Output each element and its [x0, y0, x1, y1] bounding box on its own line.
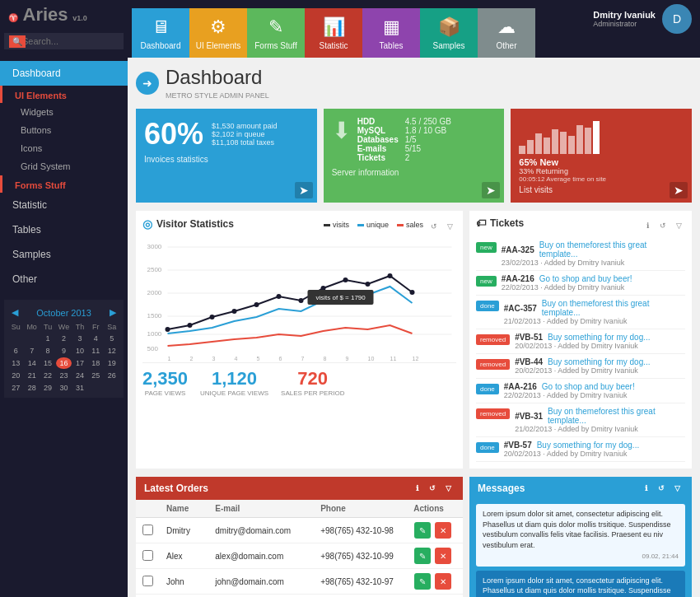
cal-day[interactable]: 17: [72, 357, 87, 369]
ticket-link[interactable]: Buy on themeforest this great template..…: [548, 407, 685, 425]
nav-tile-statistic[interactable]: 📊 Statistic: [305, 8, 362, 58]
sidebar-item-icons[interactable]: Icons: [0, 139, 128, 157]
sidebar-item-buttons[interactable]: Buttons: [0, 121, 128, 139]
logo-symbol: ♈: [8, 13, 18, 22]
refresh-tickets-icon[interactable]: ↺: [656, 219, 670, 232]
edit-button[interactable]: ✎: [414, 522, 431, 539]
info-icon[interactable]: ℹ: [641, 219, 654, 232]
delete-button[interactable]: ✕: [435, 548, 451, 564]
ticket-meta: 21/02/2013 · Added by Dmitry Ivaniuk: [515, 425, 685, 433]
nav-tile-ui-elements[interactable]: ⚙ UI Elements: [189, 8, 247, 58]
user-info: Dmitry Ivaniuk Administrator D: [593, 4, 692, 34]
sidebar-item-other[interactable]: Other: [0, 267, 128, 292]
delete-button[interactable]: ✕: [435, 573, 451, 590]
cal-day[interactable]: 20: [8, 370, 23, 381]
row-checkbox[interactable]: [142, 550, 153, 561]
cal-day[interactable]: 9: [56, 345, 71, 357]
sidebar-item-tables[interactable]: Tables: [0, 217, 128, 242]
ticket-link[interactable]: Go to shop and buy beer!: [542, 382, 635, 391]
sidebar-item-grid-system[interactable]: Grid System: [0, 157, 128, 175]
table-row: Alex alex@domain.com +98(765) 432-10-99 …: [136, 543, 463, 569]
sidebar-item-statistic[interactable]: Statistic: [0, 193, 128, 217]
cal-day[interactable]: 24: [72, 370, 87, 381]
cal-day[interactable]: 19: [105, 357, 119, 369]
cal-day[interactable]: 2: [56, 333, 71, 344]
cal-day[interactable]: 15: [40, 357, 55, 369]
cal-day[interactable]: 11: [88, 345, 103, 357]
nav-tile-dashboard[interactable]: 🖥 Dashboard: [132, 8, 189, 58]
server-arrow[interactable]: ➤: [482, 182, 500, 198]
cal-day[interactable]: 1: [40, 333, 55, 344]
cal-day[interactable]: 31: [72, 382, 87, 394]
cal-day[interactable]: 18: [88, 357, 103, 369]
back-button[interactable]: ➜: [136, 72, 159, 95]
cal-day[interactable]: 16: [56, 357, 71, 369]
info-msg-icon[interactable]: ℹ: [639, 482, 652, 495]
info-orders-icon[interactable]: ℹ: [410, 482, 423, 495]
cal-day[interactable]: 29: [40, 382, 55, 394]
refresh-orders-icon[interactable]: ↺: [426, 482, 439, 495]
expand-icon[interactable]: ▽: [443, 220, 456, 233]
ticket-link[interactable]: Buy on themeforest this great template..…: [539, 240, 685, 259]
svg-point-23: [166, 327, 170, 332]
nav-tile-other[interactable]: ☁ Other: [478, 8, 535, 58]
cal-day[interactable]: 28: [24, 382, 39, 394]
cal-day[interactable]: 14: [24, 357, 39, 369]
sales-stat: 720 SALES PER PERIOD: [281, 368, 344, 397]
cal-day[interactable]: 22: [40, 370, 55, 381]
expand-tickets-icon[interactable]: ▽: [672, 219, 685, 232]
cal-day-header: Tu: [40, 321, 55, 333]
sidebar-item-samples[interactable]: Samples: [0, 242, 128, 267]
cal-day[interactable]: 7: [24, 345, 39, 357]
invoices-taxes: $11,108 total taxes: [212, 138, 278, 147]
svg-point-24: [188, 323, 193, 328]
cal-day[interactable]: 21: [24, 370, 39, 381]
cal-day[interactable]: 12: [105, 345, 119, 357]
ticket-link[interactable]: Buy something for my dog...: [548, 333, 651, 342]
expand-orders-icon[interactable]: ▽: [441, 482, 455, 495]
nav-tile-label: Dashboard: [141, 41, 181, 50]
cal-day[interactable]: 25: [88, 370, 103, 381]
invoices-arrow[interactable]: ➤: [295, 182, 313, 198]
visits-arrow[interactable]: ➤: [670, 182, 688, 198]
cal-prev[interactable]: ◀: [12, 307, 18, 318]
ticket-link[interactable]: Buy something for my dog...: [537, 441, 640, 450]
visits-card: 65% New 33% Returning 00:05:12 Average t…: [511, 109, 692, 203]
ticket-meta: 22/02/2013 · Added by Dmitry Ivaniuk: [502, 283, 632, 292]
server-values: 4.5 / 250 GB 1.8 / 10 GB 1/5 5/15 2: [405, 117, 451, 162]
row-checkbox-cell: [136, 595, 160, 598]
ticket-link[interactable]: Buy on themeforest this great template..…: [542, 299, 685, 317]
sidebar-item-dashboard[interactable]: Dashboard: [0, 61, 128, 86]
cal-day[interactable]: 5: [105, 333, 119, 344]
edit-button[interactable]: ✎: [414, 548, 431, 564]
cal-day[interactable]: 23: [56, 370, 71, 381]
row-checkbox[interactable]: [142, 576, 153, 586]
delete-button[interactable]: ✕: [435, 522, 451, 539]
cal-day[interactable]: 3: [72, 333, 87, 344]
edit-button[interactable]: ✎: [414, 573, 431, 590]
expand-msg-icon[interactable]: ▽: [670, 482, 684, 495]
nav-tile-tables[interactable]: ▦ Tables: [362, 8, 420, 58]
cell-email: angelina@domain.com: [208, 595, 314, 598]
visits-label: List visits: [519, 185, 684, 194]
refresh-icon[interactable]: ↺: [427, 220, 441, 233]
nav-tile-forms-stuff[interactable]: ✎ Forms Stuff: [247, 8, 305, 58]
sidebar-item-widgets[interactable]: Widgets: [0, 103, 128, 121]
ticket-row: done #VB-57 Buy something for my dog... …: [476, 437, 685, 462]
ticket-badge: done: [476, 442, 499, 453]
cal-day: [105, 382, 119, 394]
ticket-link[interactable]: Go to shop and buy beer!: [539, 274, 632, 283]
row-checkbox[interactable]: [142, 525, 153, 535]
cal-day[interactable]: 8: [40, 345, 55, 357]
nav-tile-samples[interactable]: 📦 Samples: [420, 8, 478, 58]
ticket-link[interactable]: Buy something for my dog...: [548, 357, 651, 366]
cal-day[interactable]: 4: [88, 333, 103, 344]
cal-day[interactable]: 30: [56, 382, 71, 394]
cal-next[interactable]: ▶: [110, 307, 116, 318]
cal-day[interactable]: 27: [8, 382, 23, 394]
cal-day[interactable]: 13: [8, 357, 23, 369]
refresh-msg-icon[interactable]: ↺: [655, 482, 668, 495]
cal-day[interactable]: 6: [8, 345, 23, 357]
cal-day[interactable]: 26: [105, 370, 119, 381]
cal-day[interactable]: 10: [72, 345, 87, 357]
